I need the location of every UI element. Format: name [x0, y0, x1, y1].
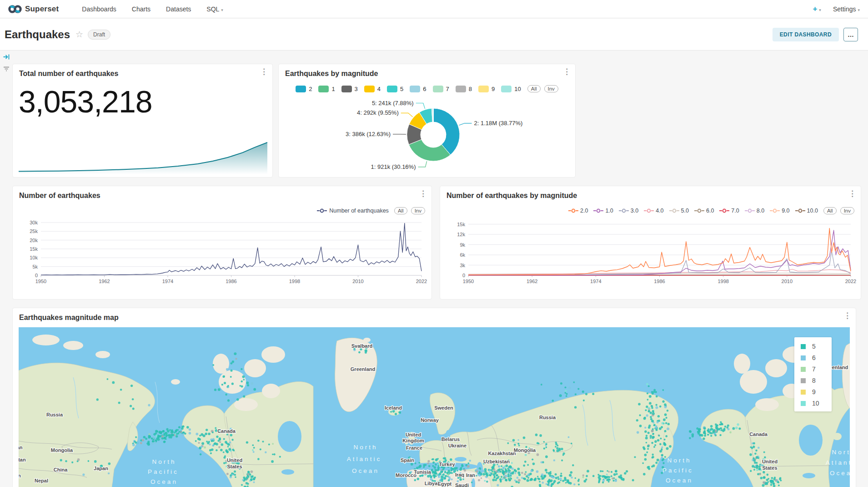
map-country-label: Svalbard: [351, 343, 372, 349]
svg-text:0: 0: [35, 273, 38, 278]
nav-item-sql[interactable]: SQL▾: [206, 5, 223, 13]
map-country-label: Ukraine: [448, 443, 467, 448]
map-country-label: States: [762, 465, 777, 471]
legend-all-pill[interactable]: All: [527, 85, 541, 92]
legend-label: 6: [423, 86, 426, 92]
legend-label: 8: [469, 86, 472, 92]
legend-item-6[interactable]: 6: [410, 86, 429, 92]
series-line-3.0: [468, 251, 851, 275]
map-country-label: Russia: [46, 412, 63, 417]
map-country-label: Tunisia: [414, 469, 431, 475]
dashboard-more-button[interactable]: …: [843, 28, 858, 41]
map-country-label: Pakistan: [19, 473, 21, 478]
top-navbar: Superset Dashboards Charts Datasets SQL▾…: [0, 0, 868, 18]
line-chart[interactable]: 05k10k15k20k25k30k1950196219741986199820…: [18, 212, 427, 288]
map-country-label: Greenland: [351, 366, 375, 372]
legend-label: 8: [812, 377, 816, 384]
map-ocean-label: North: [667, 457, 691, 464]
legend-item-9[interactable]: 9: [478, 86, 497, 92]
map-country-label: France: [406, 445, 422, 451]
svg-text:2022: 2022: [416, 279, 427, 284]
map-country-label: Egypt: [438, 481, 452, 487]
legend-item-4[interactable]: 4: [364, 86, 383, 92]
map-country-label: Kazakhstan: [488, 451, 516, 456]
settings-menu[interactable]: Settings▾: [833, 5, 860, 13]
edit-dashboard-button[interactable]: EDIT DASHBOARD: [773, 28, 839, 41]
kebab-menu-icon[interactable]: ⋮: [848, 190, 856, 198]
kebab-menu-icon[interactable]: ⋮: [260, 68, 268, 76]
map-country-label: China: [54, 467, 68, 472]
map-country-label: Kazakhstan: [19, 445, 23, 450]
map-legend-item-9[interactable]: 9: [801, 388, 827, 396]
legend-item-1[interactable]: 1: [318, 86, 337, 92]
kebab-menu-icon[interactable]: ⋮: [419, 190, 427, 198]
legend-label: 7: [812, 365, 816, 373]
world-map[interactable]: SvalbardGreenlandGreenlandIcelandSwedenN…: [19, 327, 850, 487]
map-country-label: Spain: [401, 457, 414, 463]
map-country-label: Iceland: [385, 405, 402, 411]
legend-item-8[interactable]: 8: [456, 86, 475, 92]
legend-swatch: [456, 86, 466, 92]
svg-text:1974: 1974: [590, 279, 601, 284]
svg-text:15k: 15k: [30, 246, 38, 252]
legend-label: 5: [812, 343, 816, 350]
svg-text:9k: 9k: [460, 242, 465, 248]
series-line-1.0: [468, 230, 851, 275]
map-ocean-label: North: [152, 458, 176, 465]
map-country-label: Iran: [466, 472, 475, 478]
map-country-label: United: [406, 432, 421, 437]
map-legend-item-7[interactable]: 7: [801, 365, 827, 373]
map-legend-item-8[interactable]: 8: [801, 377, 827, 384]
nav-item-datasets[interactable]: Datasets: [166, 5, 191, 13]
map-country-label: Iraq: [455, 472, 464, 477]
map-legend-item-10[interactable]: 10: [801, 400, 827, 407]
map-country-label: United: [762, 459, 778, 464]
line-chart[interactable]: 03k6k9k12k15k195019621974198619982010202…: [446, 212, 856, 288]
svg-text:10k: 10k: [30, 255, 38, 260]
map-country-label: Japan: [94, 466, 108, 471]
dashboard-header: Earthquakes ☆ Draft EDIT DASHBOARD …: [0, 19, 868, 51]
legend-item-10[interactable]: 10: [501, 86, 523, 92]
legend-item-7[interactable]: 7: [433, 86, 452, 92]
svg-text:1998: 1998: [289, 279, 300, 284]
legend-label: 3: [355, 86, 358, 92]
svg-text:1986: 1986: [226, 279, 236, 284]
filter-icon[interactable]: [0, 63, 12, 75]
svg-text:2022: 2022: [845, 279, 856, 284]
map-ocean-label: Atlantic: [826, 459, 850, 466]
donut-chart[interactable]: 2: 1.18M (38.77%)1: 921k (30.16%)3: 386k…: [279, 95, 576, 177]
nav-item-dashboards[interactable]: Dashboards: [82, 5, 116, 13]
svg-text:0: 0: [462, 273, 465, 278]
legend-swatch: [801, 390, 806, 395]
legend-inv-pill[interactable]: Inv: [544, 85, 558, 92]
kebab-menu-icon[interactable]: ⋮: [843, 312, 851, 320]
svg-text:5k: 5k: [32, 264, 38, 269]
favorite-star-icon[interactable]: ☆: [75, 29, 83, 40]
superset-dashboard: Superset Dashboards Charts Datasets SQL▾…: [0, 0, 868, 487]
expand-filter-bar-icon[interactable]: [0, 51, 12, 63]
legend-label: 1: [331, 86, 335, 92]
legend-swatch: [318, 86, 329, 92]
map-ocean-label: Atlantic: [347, 456, 381, 462]
kebab-menu-icon[interactable]: ⋮: [563, 68, 571, 76]
legend-item-2[interactable]: 2: [296, 86, 315, 92]
map-legend-item-5[interactable]: 5: [801, 343, 827, 350]
legend-item-5[interactable]: 5: [387, 86, 406, 92]
nav-item-charts[interactable]: Charts: [132, 5, 151, 13]
map-legend-item-6[interactable]: 6: [801, 354, 827, 361]
map-country-label: Libya: [425, 481, 438, 486]
superset-logo[interactable]: Superset: [8, 4, 59, 14]
legend-label: 10: [812, 400, 819, 407]
map-country-label: Uzbekistan: [483, 459, 510, 464]
map-country-label: Norway: [421, 417, 439, 423]
big-number-value: 3,053,218: [19, 86, 152, 117]
donut-callout-label: 4: 292k (9.55%): [357, 109, 399, 116]
map-country-label: Nepal: [35, 478, 48, 483]
map-canvas[interactable]: SvalbardGreenlandGreenlandIcelandSwedenN…: [19, 327, 850, 487]
brand-name: Superset: [25, 5, 59, 14]
new-item-button[interactable]: +▾: [813, 5, 821, 14]
legend-item-3[interactable]: 3: [341, 86, 361, 92]
legend-label: 9: [492, 86, 495, 92]
map-legend: 5678910: [794, 337, 832, 411]
svg-text:1950: 1950: [463, 279, 474, 284]
